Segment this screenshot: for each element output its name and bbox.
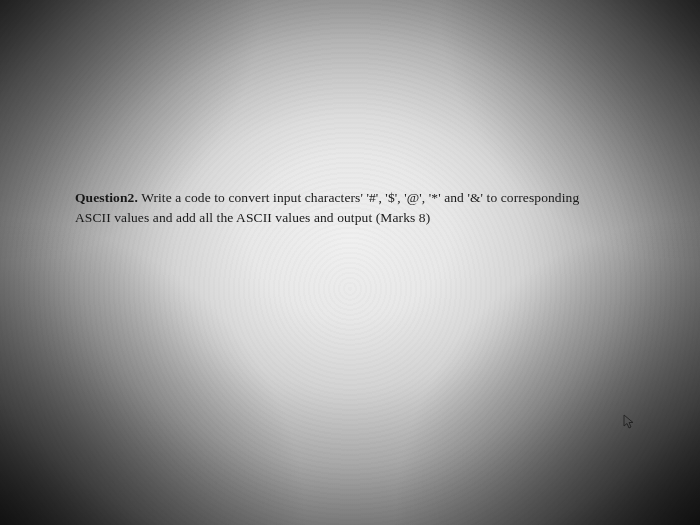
question-text-block: Question2. Write a code to convert input… xyxy=(75,188,640,227)
question-body-line2: ASCII values and add all the ASCII value… xyxy=(75,210,430,225)
corner-darkening xyxy=(0,0,700,525)
screen-moire-pattern xyxy=(0,0,700,525)
question-label: Question2. xyxy=(75,190,138,205)
cursor-icon xyxy=(623,414,635,430)
vignette-overlay xyxy=(0,0,700,525)
question-body-line1: Write a code to convert input characters… xyxy=(141,190,579,205)
